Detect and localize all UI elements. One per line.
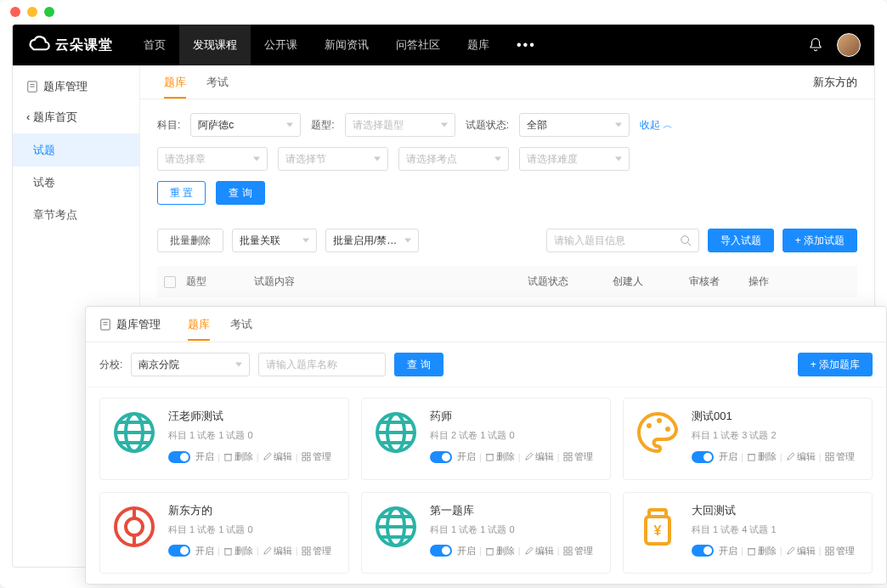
import-button[interactable]: 导入试题 <box>708 229 774 252</box>
nav-item-1[interactable]: 发现课程 <box>179 25 251 65</box>
close-dot[interactable] <box>10 7 20 17</box>
type-label: 题型: <box>311 118 334 133</box>
svg-rect-61 <box>649 510 666 517</box>
nav-item-3[interactable]: 新闻资讯 <box>311 25 382 65</box>
collapse-link[interactable]: 收起 ︿ <box>640 118 673 133</box>
overlay-query-button[interactable]: 查 询 <box>394 353 443 376</box>
nav-item-0[interactable]: 首页 <box>130 25 179 65</box>
subject-select[interactable]: 阿萨德c <box>190 113 301 137</box>
card-icon <box>372 409 420 456</box>
mac-titlebar <box>0 0 887 24</box>
card-title: 药师 <box>430 409 600 424</box>
select-all-checkbox[interactable] <box>164 276 176 288</box>
svg-rect-29 <box>568 457 572 461</box>
card-edit[interactable]: 编辑 <box>786 450 816 463</box>
svg-point-32 <box>665 427 670 432</box>
svg-rect-57 <box>568 546 572 550</box>
nav-item-5[interactable]: 题库 <box>454 25 503 65</box>
card-icon <box>634 409 681 456</box>
card-title: 测试001 <box>692 409 862 424</box>
school-select[interactable]: 南京分院 <box>131 353 250 376</box>
svg-rect-46 <box>307 546 310 550</box>
bank-card: 药师科目 2 试卷 1 试题 0开启|删除|编辑|管理 <box>361 398 611 480</box>
card-meta: 科目 1 试卷 4 试题 1 <box>692 523 862 536</box>
top-nav: 云朵课堂 首页发现课程公开课新闻资讯问答社区题库 ••• <box>13 25 874 65</box>
point-select[interactable]: 请选择考点 <box>398 147 509 171</box>
card-meta: 科目 1 试卷 3 试题 2 <box>692 429 862 442</box>
svg-rect-15 <box>302 453 305 456</box>
card-delete[interactable]: 删除 <box>223 545 253 557</box>
sidebar-item-0[interactable]: 试题 <box>13 134 139 167</box>
bell-icon[interactable] <box>808 37 823 53</box>
sidebar-item-2[interactable]: 章节考点 <box>13 199 139 231</box>
bank-name-input[interactable]: 请输入题库名称 <box>258 353 386 376</box>
nav-item-4[interactable]: 问答社区 <box>382 25 454 65</box>
toggle-open[interactable] <box>692 451 714 463</box>
reset-button[interactable]: 重 置 <box>157 181 206 205</box>
nav-more[interactable]: ••• <box>503 37 550 53</box>
sidebar-back[interactable]: ‹ 题库首页 <box>13 101 139 134</box>
overlay-tab-0[interactable]: 题库 <box>178 308 220 341</box>
nav-item-2[interactable]: 公开课 <box>251 25 311 65</box>
card-edit[interactable]: 编辑 <box>263 545 292 557</box>
card-edit[interactable]: 编辑 <box>786 545 816 557</box>
add-question-button[interactable]: + 添加试题 <box>782 229 857 252</box>
card-meta: 科目 2 试卷 1 试题 0 <box>430 429 600 442</box>
batch-enable-select[interactable]: 批量启用/禁… <box>325 229 419 252</box>
logo[interactable]: 云朵课堂 <box>26 33 113 57</box>
card-delete[interactable]: 删除 <box>747 450 777 463</box>
batch-delete-button[interactable]: 批量删除 <box>157 229 223 252</box>
query-button[interactable]: 查 询 <box>216 181 264 205</box>
card-manage[interactable]: 管理 <box>302 450 331 463</box>
svg-rect-56 <box>563 546 567 550</box>
card-edit[interactable]: 编辑 <box>524 545 554 557</box>
bank-card: 汪老师测试科目 1 试卷 1 试题 0开启|删除|编辑|管理 <box>99 398 349 480</box>
card-edit[interactable]: 编辑 <box>263 450 292 463</box>
card-icon <box>110 409 158 456</box>
svg-rect-26 <box>563 453 567 456</box>
card-icon <box>372 503 420 551</box>
toggle-open[interactable] <box>430 451 452 463</box>
toggle-open[interactable] <box>430 545 452 557</box>
bank-card: 第一题库科目 1 试卷 1 试题 0开启|删除|编辑|管理 <box>361 492 611 574</box>
difficulty-select[interactable]: 请选择难度 <box>519 147 630 171</box>
toggle-open[interactable] <box>168 451 190 463</box>
card-manage[interactable]: 管理 <box>563 545 593 557</box>
card-manage[interactable]: 管理 <box>302 545 331 557</box>
svg-rect-68 <box>830 551 833 555</box>
type-select[interactable]: 请选择题型 <box>345 113 455 137</box>
card-delete[interactable]: 删除 <box>485 545 515 557</box>
svg-rect-65 <box>825 546 828 550</box>
status-select[interactable]: 全部 <box>519 113 630 137</box>
toggle-open[interactable] <box>168 545 190 557</box>
card-delete[interactable]: 删除 <box>485 450 515 463</box>
add-bank-button[interactable]: + 添加题库 <box>798 353 873 376</box>
subject-label: 科目: <box>157 118 180 133</box>
card-edit[interactable]: 编辑 <box>524 450 554 463</box>
card-delete[interactable]: 删除 <box>223 450 253 463</box>
card-meta: 科目 1 试卷 1 试题 0 <box>168 429 338 442</box>
svg-rect-27 <box>568 453 572 456</box>
card-manage[interactable]: 管理 <box>825 450 855 463</box>
batch-relate-select[interactable]: 批量关联 <box>232 229 317 252</box>
overlay-tab-1[interactable]: 考试 <box>220 308 263 341</box>
svg-rect-33 <box>749 455 754 461</box>
zoom-dot[interactable] <box>44 7 54 17</box>
svg-rect-37 <box>825 457 828 461</box>
svg-rect-47 <box>302 551 305 555</box>
card-manage[interactable]: 管理 <box>825 545 855 557</box>
toggle-open[interactable] <box>692 545 714 557</box>
tab-1[interactable]: 考试 <box>196 66 239 99</box>
tab-0[interactable]: 题库 <box>154 66 196 99</box>
section-select[interactable]: 请选择节 <box>278 147 388 171</box>
status-label: 试题状态: <box>466 118 509 133</box>
minimize-dot[interactable] <box>27 7 37 17</box>
bank-card: 新东方的科目 1 试卷 1 试题 0开启|删除|编辑|管理 <box>99 492 349 574</box>
chapter-select[interactable]: 请选择章 <box>157 147 268 171</box>
search-input[interactable]: 请输入题目信息 <box>546 229 699 252</box>
svg-rect-66 <box>830 546 833 550</box>
card-delete[interactable]: 删除 <box>747 545 777 557</box>
avatar[interactable] <box>837 33 861 57</box>
card-manage[interactable]: 管理 <box>563 450 593 463</box>
sidebar-item-1[interactable]: 试卷 <box>13 167 139 199</box>
